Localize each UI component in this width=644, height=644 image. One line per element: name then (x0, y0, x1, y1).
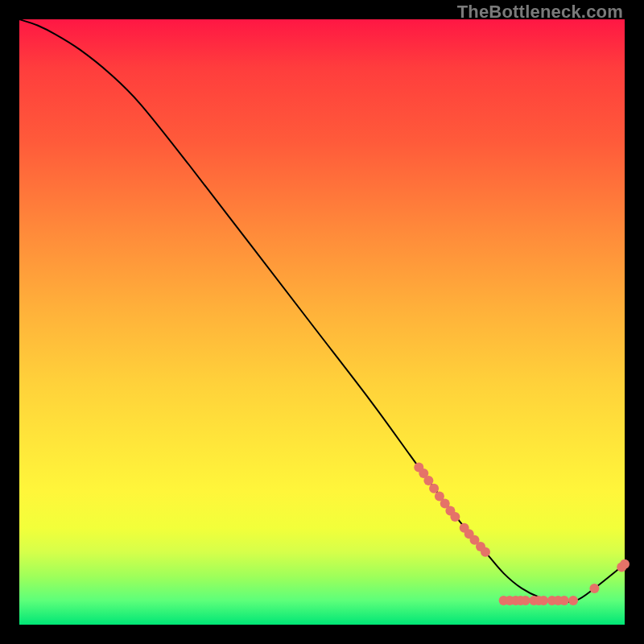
data-marker (568, 596, 578, 605)
data-marker (450, 512, 460, 522)
data-marker (539, 596, 548, 605)
bottleneck-curve (19, 19, 625, 602)
data-marker (521, 596, 530, 605)
data-marker (589, 584, 599, 593)
data-marker (429, 484, 439, 493)
data-marker (423, 476, 433, 485)
curve-layer (19, 19, 625, 625)
plot-area (19, 19, 625, 625)
chart-stage: TheBottleneck.com (0, 0, 644, 644)
data-marker (481, 547, 490, 557)
data-markers (414, 463, 630, 605)
data-marker (620, 559, 630, 569)
data-marker (559, 596, 569, 605)
